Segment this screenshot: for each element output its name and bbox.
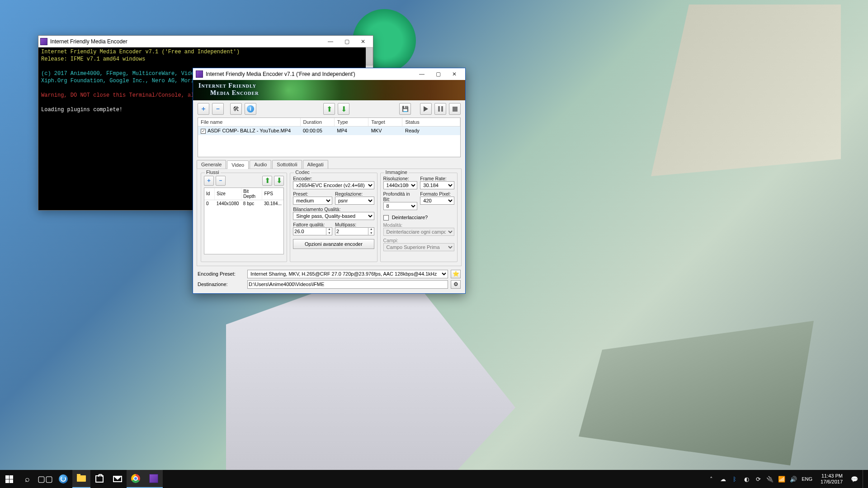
taskbar-clock[interactable]: 11:43 PM 17/6/2017 (817, 473, 846, 485)
tray-volume-icon[interactable]: 🔊 (790, 475, 797, 483)
file-queue-list[interactable]: File name Duration Type Target Status ✓A… (198, 117, 461, 157)
tray-onedrive-icon[interactable]: ☁ (719, 475, 726, 483)
app-titlebar[interactable]: Internet Friendly Media Encoder v7.1 ('F… (193, 68, 465, 80)
taskview-icon: ▢▢ (38, 474, 53, 484)
advanced-encoder-button[interactable]: Opzioni avanzate encoder (293, 239, 374, 249)
remove-file-button[interactable]: － (212, 103, 224, 115)
image-group: Immagine Risoluzione: 1440x1080 Frame Ra… (380, 173, 458, 262)
tray-bluetooth-icon[interactable]: ᛒ (731, 475, 738, 483)
preset-select[interactable]: medium (293, 197, 332, 205)
tab-generale[interactable]: Generale (197, 160, 226, 169)
col-status[interactable]: Status (402, 118, 460, 127)
stream-move-down-button[interactable]: ⬇ (274, 176, 284, 186)
console-maximize-button[interactable]: ▢ (339, 37, 355, 47)
file-list-empty-area[interactable] (198, 135, 460, 157)
about-button[interactable]: i (245, 103, 256, 115)
tune-select[interactable]: psnr (335, 197, 374, 205)
start-button[interactable] (0, 470, 18, 488)
taskbar-time: 11:43 PM (821, 473, 843, 479)
resolution-select[interactable]: 1440x1080 (383, 181, 418, 189)
pixelformat-select[interactable]: 420 (420, 197, 454, 205)
chrome-icon (131, 474, 140, 483)
arrow-up-icon: ⬆ (326, 105, 332, 113)
stream-col-bitdepth[interactable]: Bit Depth (241, 188, 262, 200)
edge-icon (59, 474, 68, 483)
taskbar-edge[interactable] (54, 470, 72, 488)
stream-col-id[interactable]: Id (204, 188, 215, 200)
tray-language[interactable]: ENG (802, 476, 812, 482)
tab-bar: Generale Video Audio Sottotitoli Allegat… (197, 160, 462, 169)
tray-network-icon[interactable]: 📶 (778, 475, 785, 483)
quality-factor-label: Fattore qualità: (293, 222, 332, 227)
multipass-spinner[interactable]: ▲▼ (368, 227, 374, 235)
add-file-button[interactable]: ＋ (198, 103, 209, 115)
taskbar-search-button[interactable]: ⌕ (18, 470, 36, 488)
tab-audio[interactable]: Audio (250, 160, 271, 169)
col-duration[interactable]: Duration (300, 118, 334, 127)
bitdepth-select[interactable]: 8 (383, 202, 418, 210)
file-row[interactable]: ✓ASDF COMP- BALLZ - YouTube.MP4 00:00:05… (198, 127, 460, 135)
col-filename[interactable]: File name (198, 118, 300, 127)
stream-add-button[interactable]: ＋ (204, 176, 214, 186)
task-view-button[interactable]: ▢▢ (36, 470, 54, 488)
destination-input[interactable] (247, 280, 448, 289)
tab-allegati[interactable]: Allegati (303, 160, 328, 169)
stream-move-up-button[interactable]: ⬆ (262, 176, 272, 186)
play-icon (424, 106, 428, 112)
console-titlebar[interactable]: Internet Friendly Media Encoder — ▢ ✕ (38, 36, 373, 47)
mail-icon (113, 476, 122, 482)
taskbar-ifme[interactable] (145, 470, 163, 488)
taskbar-mail[interactable] (108, 470, 127, 488)
deint-field-select: Campo Superiore Prima (383, 243, 454, 251)
stream-remove-button[interactable]: － (216, 176, 226, 186)
stream-col-size[interactable]: Size (215, 188, 241, 200)
encoding-preset-select[interactable]: Internet Sharing, MKV, H.265@CRF 27.0 72… (247, 270, 448, 278)
pause-button[interactable] (434, 103, 446, 115)
move-up-button[interactable]: ⬆ (323, 103, 335, 115)
console-close-button[interactable]: ✕ (355, 37, 371, 47)
taskbar-explorer[interactable] (72, 470, 90, 488)
taskbar-store[interactable] (90, 470, 108, 488)
tray-app-icon[interactable]: ◐ (743, 475, 750, 483)
file-row-checkbox[interactable]: ✓ (201, 129, 206, 134)
taskbar: ⌕ ▢▢ ˄ ☁ ᛒ ◐ ⟳ 🔌 📶 🔊 ENG 11:43 PM 17/6/2… (0, 470, 868, 488)
framerate-label: Frame Rate: (420, 176, 454, 181)
action-center-button[interactable]: 💬 (851, 475, 858, 483)
col-type[interactable]: Type (334, 118, 368, 127)
stream-col-fps[interactable]: FPS (262, 188, 283, 200)
console-app-icon (40, 38, 47, 45)
console-scrollbar-thumb[interactable] (366, 47, 373, 66)
streams-group: Flussi ＋ － ⬆ ⬇ Id Size Bit Depth FPS (201, 173, 287, 262)
framerate-select[interactable]: 30.184 (420, 181, 454, 189)
show-desktop-button[interactable] (863, 470, 865, 488)
info-icon: i (247, 105, 254, 113)
deint-mode-select: Deinterlacciare ogni campo (383, 228, 454, 236)
quality-factor-spinner[interactable]: ▲▼ (326, 227, 332, 235)
move-down-button[interactable]: ⬇ (338, 103, 349, 115)
tab-video[interactable]: Video (227, 160, 249, 169)
stop-button[interactable] (449, 103, 461, 115)
stream-row[interactable]: 0 1440x1080 8 bpc 30.184... (204, 200, 283, 207)
quality-balance-select[interactable]: Single pass, Quality-based (293, 212, 374, 220)
start-button[interactable] (420, 103, 432, 115)
save-queue-button[interactable]: 💾 (399, 103, 411, 115)
tray-power-icon[interactable]: 🔌 (766, 475, 774, 483)
streams-table[interactable]: Id Size Bit Depth FPS 0 1440x1080 8 bpc … (204, 188, 284, 254)
settings-button[interactable]: 🛠 (230, 103, 242, 115)
taskbar-chrome[interactable] (127, 470, 145, 488)
preset-favorite-button[interactable]: ⭐ (451, 270, 461, 278)
store-icon (95, 475, 104, 483)
quality-balance-label: Bilanciamento Qualità: (293, 206, 374, 212)
deinterlace-checkbox[interactable] (383, 215, 389, 221)
col-target[interactable]: Target (368, 118, 402, 127)
tray-chevron-up[interactable]: ˄ (708, 475, 715, 483)
console-minimize-button[interactable]: — (322, 37, 339, 47)
destination-browse-button[interactable]: ⚙ (451, 280, 461, 289)
encoder-select[interactable]: x265/HEVC Encoder (v2.4+68) (293, 181, 374, 189)
app-close-button[interactable]: ✕ (446, 69, 462, 79)
tab-sottotitoli[interactable]: Sottotitoli (272, 160, 302, 169)
tray-sync-icon[interactable]: ⟳ (755, 475, 762, 483)
app-minimize-button[interactable]: — (414, 69, 430, 79)
encoding-preset-label: Encoding Preset: (198, 271, 245, 277)
app-maximize-button[interactable]: ▢ (430, 69, 446, 79)
